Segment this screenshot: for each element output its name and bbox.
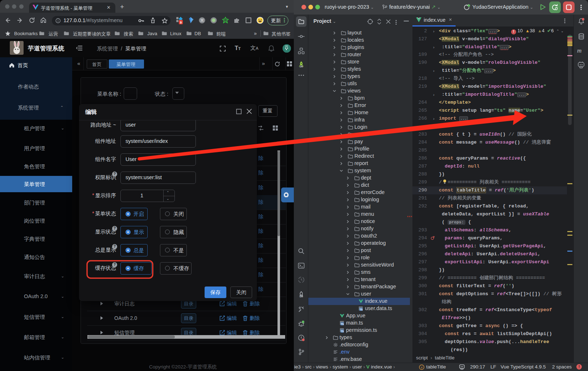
svg-text:TS: TS — [359, 308, 363, 311]
svg-text:⌘: ⌘ — [200, 18, 204, 22]
svg-text:v: v — [421, 366, 423, 369]
svg-text:TS: TS — [341, 323, 344, 325]
svg-text:JR: JR — [300, 295, 303, 298]
svg-text:9: 9 — [180, 21, 182, 24]
svg-text:JR: JR — [300, 65, 303, 68]
svg-text:TS: TS — [341, 330, 344, 333]
